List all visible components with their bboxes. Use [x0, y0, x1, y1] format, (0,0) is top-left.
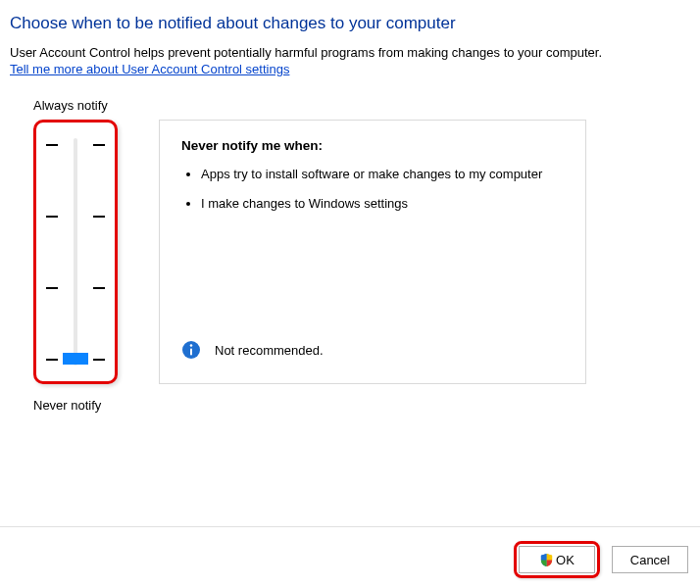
- ok-button-label: OK: [556, 553, 575, 567]
- ok-highlight-frame: OK: [514, 541, 600, 578]
- svg-rect-1: [190, 349, 192, 356]
- cancel-button-label: Cancel: [630, 553, 670, 567]
- button-bar: OK Cancel: [0, 526, 700, 578]
- notification-level-panel: Never notify me when: Apps try to instal…: [159, 120, 586, 384]
- slider-track: [74, 138, 77, 366]
- panel-bullet: I make changes to Windows settings: [201, 194, 564, 214]
- panel-bullet-list: Apps try to install software or make cha…: [201, 165, 564, 213]
- page-title: Choose when to be notified about changes…: [10, 14, 690, 33]
- slider-highlight-frame: [33, 120, 118, 384]
- help-link[interactable]: Tell me more about User Account Control …: [10, 62, 289, 76]
- panel-note-row: Not recommended.: [181, 340, 324, 360]
- slider-thumb[interactable]: [63, 353, 88, 365]
- panel-note-text: Not recommended.: [215, 343, 324, 358]
- info-icon: [181, 340, 201, 360]
- cancel-button[interactable]: Cancel: [612, 546, 688, 573]
- slider-bottom-label: Never notify: [33, 398, 101, 413]
- panel-bullet: Apps try to install software or make cha…: [201, 165, 564, 184]
- ok-button[interactable]: OK: [519, 546, 595, 573]
- shield-icon: [539, 553, 554, 567]
- slider-top-label: Always notify: [33, 98, 108, 113]
- svg-point-2: [190, 344, 193, 347]
- notification-slider[interactable]: [36, 122, 115, 381]
- panel-heading: Never notify me when:: [181, 138, 564, 153]
- uac-description: User Account Control helps prevent poten…: [10, 45, 690, 60]
